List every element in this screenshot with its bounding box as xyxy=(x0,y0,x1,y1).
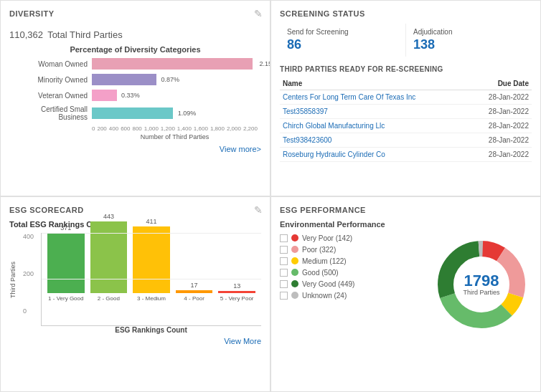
diversity-total-count: 110,362 Total Third Parties xyxy=(9,24,123,42)
legend-list: Very Poor (142) Poor (322) Medium (122) … xyxy=(280,234,424,303)
esg-performance-panel: ESG PERFORMANCE Environmental Performanc… xyxy=(270,196,541,393)
send-value: 86 xyxy=(287,37,398,52)
company-name[interactable]: Chirch Global Manufacturing Llc xyxy=(280,119,469,133)
bar-container-small-biz: 1.09% xyxy=(92,107,258,119)
adjudication-value: 138 xyxy=(413,37,524,52)
company-name[interactable]: Roseburg Hydraulic Cylinder Co xyxy=(280,148,469,162)
env-perf-title: Environmental Performance xyxy=(280,220,532,229)
send-label: Send for Screening xyxy=(287,28,398,36)
legend-item: Good (500) xyxy=(280,269,424,277)
x-tick-1000: 1,000 xyxy=(144,125,159,132)
adjudication-stat: Adjudication 138 xyxy=(406,24,532,57)
legend-label: Medium (122) xyxy=(302,257,347,265)
x-axis-label: Number of Third Parties xyxy=(92,133,258,140)
donut-label: Third Parties xyxy=(463,289,499,296)
bar-value-veteran: 0.33% xyxy=(121,92,140,99)
legend-item: Medium (122) xyxy=(280,257,424,265)
legend-label: Poor (322) xyxy=(302,246,336,254)
company-name[interactable]: Centers For Long Term Care Of Texas Inc xyxy=(280,90,469,105)
esg-bar-fill xyxy=(176,290,213,293)
col-name: Name xyxy=(280,77,469,90)
grid-line-top xyxy=(42,233,261,234)
diversity-count-value: 110,362 xyxy=(9,29,43,40)
legend-dot xyxy=(291,292,298,299)
diversity-panel: DIVERSITY ✎ 110,362 Total Third Parties … xyxy=(0,0,270,196)
due-date: 28-Jan-2022 xyxy=(469,90,532,105)
legend-item: Very Good (449) xyxy=(280,280,424,288)
legend-checkbox[interactable] xyxy=(280,257,288,265)
diversity-edit-icon[interactable]: ✎ xyxy=(254,8,263,19)
legend-checkbox[interactable] xyxy=(280,246,288,254)
legend-checkbox[interactable] xyxy=(280,234,288,242)
company-name[interactable]: Test938423600 xyxy=(280,133,469,148)
table-row: Chirch Global Manufacturing Llc28-Jan-20… xyxy=(280,119,532,133)
diversity-view-more[interactable]: View more> xyxy=(9,145,261,153)
bar-container-veteran: 0.33% xyxy=(92,90,258,101)
legend-label: Very Good (449) xyxy=(302,280,354,288)
esg-bar-value: 13 xyxy=(233,282,240,290)
esg-bar-value: 411 xyxy=(146,218,156,225)
company-name[interactable]: Test35858397 xyxy=(280,105,469,119)
legend-checkbox[interactable] xyxy=(280,269,288,277)
table-row: Test3585839728-Jan-2022 xyxy=(280,105,532,119)
legend-dot xyxy=(291,257,298,264)
esg-scorecard-edit-icon[interactable]: ✎ xyxy=(254,204,263,216)
y-tick-200: 200 xyxy=(23,270,39,277)
diversity-chart-title: Percentage of Diversity Categories xyxy=(9,45,261,54)
diversity-count-label: Total Third Parties xyxy=(47,29,123,40)
x-tick-0: 0 xyxy=(92,125,95,132)
legend-item: Poor (322) xyxy=(280,246,424,254)
legend-checkbox[interactable] xyxy=(280,292,288,300)
perf-content: Very Poor (142) Poor (322) Medium (122) … xyxy=(280,234,532,335)
bar-label-veteran: Veteran Owned xyxy=(13,92,92,100)
esg-bar-group: 411 3 - Medium xyxy=(133,218,170,302)
bar-row-minority: Minority Owned 0.87% xyxy=(13,74,258,85)
legend-dot xyxy=(291,280,298,287)
esg-bar-label: 2 - Good xyxy=(98,295,120,302)
esg-bar-group: 17 4 - Poor xyxy=(176,282,213,302)
legend-item: Very Poor (142) xyxy=(280,234,424,242)
esg-bar-label: 1 - Very Good xyxy=(48,295,83,302)
esg-bar-group: 443 2 - Good xyxy=(90,213,128,302)
bar-label-woman: Woman Owned xyxy=(13,60,92,68)
legend-label: Good (500) xyxy=(302,269,339,277)
esg-bar-value: 371 xyxy=(60,224,71,231)
diversity-bar-chart: Woman Owned 2.151 Minority Owned 0.87% xyxy=(9,58,261,140)
esg-bar-fill xyxy=(218,291,255,293)
bar-row-veteran: Veteran Owned 0.33% xyxy=(13,90,258,101)
bar-container-woman: 2.151 xyxy=(92,58,258,70)
esg-bar-label: 5 - Very Poor xyxy=(220,295,254,302)
grid-line-mid xyxy=(42,279,261,279)
legend-checkbox[interactable] xyxy=(280,280,288,288)
x-tick-1600: 1,600 xyxy=(194,125,208,132)
legend-label: Unknown (24) xyxy=(302,292,347,300)
bar-container-minority: 0.87% xyxy=(92,74,258,85)
x-tick-1400: 1,400 xyxy=(177,125,192,132)
bar-minority: 0.87% xyxy=(92,74,156,85)
esg-scorecard-chart-area: Third Parties 400 200 0 371 1 - Very Goo… xyxy=(9,233,261,326)
esg-scorecard-view-more[interactable]: View More xyxy=(9,337,261,345)
donut-area: 1798 Third Parties xyxy=(431,234,532,335)
esg-bar-fill xyxy=(133,226,170,293)
esg-bar-group: 371 1 - Very Good xyxy=(47,224,85,302)
esg-bar-label: 3 - Medium xyxy=(137,295,166,302)
esg-bars-row: 371 1 - Very Good 443 2 - Good 411 3 - M… xyxy=(42,233,261,302)
esg-bar-fill xyxy=(47,233,85,293)
due-date: 28-Jan-2022 xyxy=(469,105,532,119)
donut-number: 1798 xyxy=(463,273,499,289)
esg-bar-value: 443 xyxy=(103,213,114,220)
y-tick-0: 0 xyxy=(23,307,39,315)
bar-row-woman: Woman Owned 2.151 xyxy=(13,58,258,70)
esg-bar-value: 17 xyxy=(191,282,198,289)
bar-label-minority: Minority Owned xyxy=(13,76,92,84)
x-tick-200: 200 xyxy=(97,125,106,132)
table-row: Centers For Long Term Care Of Texas Inc2… xyxy=(280,90,532,105)
bar-woman: 2.151 xyxy=(92,58,253,70)
bar-value-woman: 2.151 xyxy=(260,60,270,67)
esg-bar-group: 13 5 - Very Poor xyxy=(218,282,255,302)
y-tick-400: 400 xyxy=(23,233,39,240)
rescreen-title: THIRD PARTIES READY FOR RE-SCREENING xyxy=(280,65,532,73)
table-row: Roseburg Hydraulic Cylinder Co28-Jan-202… xyxy=(280,148,532,162)
x-tick-800: 800 xyxy=(132,125,141,132)
send-for-screening-stat: Send for Screening 86 xyxy=(280,24,406,57)
